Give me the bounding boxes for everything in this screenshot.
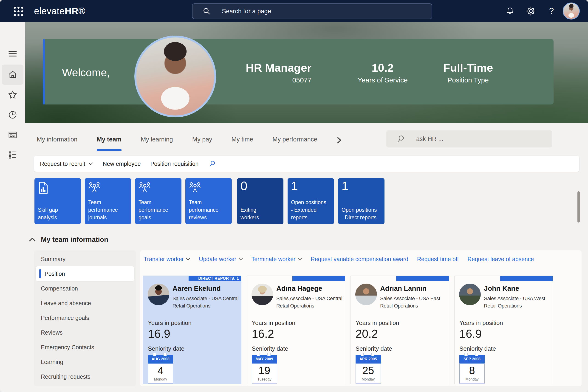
nav-item-position[interactable]: Position <box>36 266 134 281</box>
seniority-date-label: Seniority date <box>252 345 288 352</box>
chevron-down-icon <box>88 162 93 165</box>
notifications-button[interactable] <box>502 0 518 22</box>
nav-item-emergency-contacts[interactable]: Emergency Contacts <box>34 340 136 354</box>
chevron-down-icon <box>298 258 302 260</box>
tile-exiting-workers[interactable]: 0 Exiting workers <box>237 178 284 224</box>
menu-toggle-button[interactable] <box>0 50 25 58</box>
rail-item-tasks[interactable] <box>0 150 25 160</box>
left-rail <box>0 22 25 392</box>
calendar-month: MAY 2009 <box>252 355 277 364</box>
tile-open-positions-extended[interactable]: 1 Open positions - Extended reports <box>288 178 334 224</box>
help-button[interactable]: ? <box>544 0 560 22</box>
profile-photo <box>134 36 216 117</box>
calendar-body: 8 Monday <box>460 364 485 384</box>
nav-item-summary[interactable]: Summary <box>34 252 136 266</box>
user-avatar[interactable] <box>563 2 580 20</box>
brand-regular: elevate <box>34 6 65 16</box>
settings-button[interactable] <box>523 0 539 22</box>
team-members-panel: Transfer worker Update worker Terminate … <box>140 250 582 386</box>
employee-name: Adina Hagege <box>276 284 322 292</box>
employee-card[interactable]: John Kane Sales Associate - USA West Ret… <box>454 276 553 384</box>
command-bar: Request to recruit New employee Position… <box>34 156 579 172</box>
app-launcher-icon[interactable] <box>13 6 24 17</box>
terminate-worker-menu[interactable]: Terminate worker <box>252 256 302 262</box>
search-icon <box>209 160 216 167</box>
request-to-recruit-menu[interactable]: Request to recruit <box>40 160 93 167</box>
tile-team-performance-reviews[interactable]: Team performance reviews <box>185 178 232 224</box>
seniority-calendar: AUG 2008 4 Monday <box>148 355 173 384</box>
nav-item-leave-and-absence[interactable]: Leave and absence <box>34 296 136 310</box>
calendar-tab <box>164 353 167 356</box>
tab-my-learning[interactable]: My learning <box>141 134 173 151</box>
tab-my-information[interactable]: My information <box>37 134 78 151</box>
new-employee-button[interactable]: New employee <box>103 160 140 167</box>
years-in-position-label: Years in position <box>148 320 192 326</box>
global-search-bar[interactable] <box>192 4 432 19</box>
employee-card[interactable]: Adrian Lannin Sales Associate - USA East… <box>350 276 449 384</box>
years-in-position-value: 20.2 <box>356 327 378 340</box>
command-bar-search-button[interactable] <box>209 160 216 167</box>
nav-item-reviews[interactable]: Reviews <box>34 325 136 340</box>
star-icon <box>7 90 18 100</box>
seniority-calendar: MAY 2009 19 Tuesday <box>252 355 277 384</box>
position-type-stat: Full-Time Position Type <box>434 61 502 86</box>
employee-id: 05077 <box>206 74 312 86</box>
tab-my-time[interactable]: My time <box>232 134 253 151</box>
employee-department: Retail Operations <box>276 303 314 309</box>
global-search-input[interactable] <box>222 8 411 15</box>
seniority-date-label: Seniority date <box>460 345 496 352</box>
my-team-information-header[interactable]: My team information <box>29 236 108 244</box>
tile-open-positions-direct[interactable]: 1 Open positions - Direct reports <box>338 178 384 224</box>
quick-tiles: Skill gap analysis Team performance jour… <box>34 178 581 224</box>
employee-name: Aaren Ekelund <box>172 284 221 292</box>
tab-my-performance[interactable]: My performance <box>272 134 317 151</box>
brand-logo[interactable]: elevateHR® <box>34 0 86 22</box>
nav-item-performance-goals[interactable]: Performance goals <box>34 310 136 325</box>
employee-department: Retail Operations <box>380 303 418 309</box>
calendar-day: 8 <box>460 364 484 377</box>
tab-my-pay[interactable]: My pay <box>192 134 212 151</box>
ask-hr-input[interactable] <box>416 135 541 143</box>
nav-item-compensation[interactable]: Compensation <box>34 281 136 296</box>
update-worker-menu[interactable]: Update worker <box>199 256 243 262</box>
calendar-tab <box>464 353 468 356</box>
nav-item-learning[interactable]: Learning <box>34 354 136 369</box>
employee-title: Sales Associate - USA Central <box>172 296 238 302</box>
transfer-worker-menu[interactable]: Transfer worker <box>144 256 190 262</box>
request-leave-of-absence-link[interactable]: Request leave of absence <box>468 256 534 262</box>
chevron-down-icon <box>186 258 190 260</box>
calendar-day: 25 <box>356 364 380 377</box>
ask-hr-search[interactable] <box>386 130 552 148</box>
seniority-date-label: Seniority date <box>148 345 184 352</box>
tab-my-team[interactable]: My team <box>97 134 122 151</box>
team-member-cards: DIRECT REPORTS: 1 Aaren Ekelund Sales As… <box>143 276 553 384</box>
position-requisition-button[interactable]: Position requisition <box>150 160 199 167</box>
worker-actions: Transfer worker Update worker Terminate … <box>144 256 534 262</box>
calendar-day: 4 <box>148 364 173 377</box>
newspaper-icon <box>7 130 18 140</box>
years-of-service-stat: 10.2 Years of Service <box>348 61 417 86</box>
request-variable-compensation-link[interactable]: Request variable compensation award <box>310 256 408 262</box>
team-icon <box>138 182 151 195</box>
avatar <box>148 284 169 305</box>
vertical-scrollbar[interactable] <box>578 191 580 222</box>
tile-skill-gap-analysis[interactable]: Skill gap analysis <box>34 178 81 224</box>
position-type-label: Position Type <box>434 74 502 86</box>
search-icon <box>202 7 210 15</box>
rail-item-favorites[interactable] <box>0 90 25 100</box>
employee-department: Retail Operations <box>172 303 210 309</box>
rail-item-news[interactable] <box>0 130 25 140</box>
tile-team-performance-journals[interactable]: Team performance journals <box>85 178 131 224</box>
tile-team-performance-goals[interactable]: Team performance goals <box>135 178 182 224</box>
calendar-month: APR 2005 <box>356 355 381 364</box>
employee-card[interactable]: Adina Hagege Sales Associate - USA Centr… <box>247 276 345 384</box>
rail-item-home[interactable] <box>2 64 24 85</box>
clock-icon <box>7 110 18 120</box>
nav-item-recruiting-requests[interactable]: Recruiting requests <box>34 369 136 384</box>
rail-item-recents[interactable] <box>0 110 25 120</box>
hamburger-icon <box>8 50 18 58</box>
employee-card[interactable]: DIRECT REPORTS: 1 Aaren Ekelund Sales As… <box>143 276 242 384</box>
years-in-position-value: 16.2 <box>252 327 274 340</box>
tabs-overflow-button[interactable] <box>336 134 342 151</box>
request-time-off-link[interactable]: Request time off <box>417 256 459 262</box>
